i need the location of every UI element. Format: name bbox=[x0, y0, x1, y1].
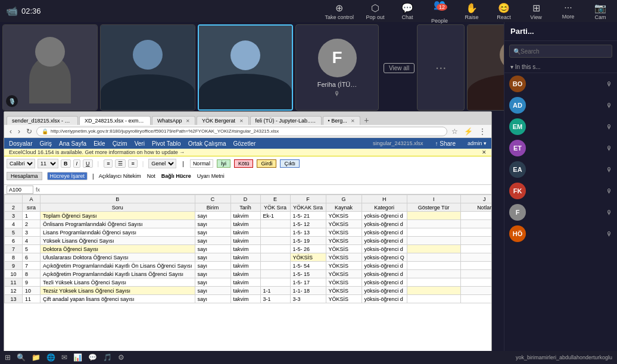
cell-a7[interactable]: 5 bbox=[23, 245, 40, 253]
windows-start-icon[interactable]: ⊞ bbox=[5, 353, 11, 362]
field-gosterge[interactable]: Gösterge Tür bbox=[407, 203, 460, 212]
cell-h3[interactable]: yöksis-öğrenci d bbox=[362, 212, 407, 220]
number-format-select[interactable]: Genel bbox=[148, 159, 176, 168]
cell-j11[interactable] bbox=[460, 278, 491, 287]
align-right-btn[interactable]: ≡ bbox=[128, 159, 137, 168]
cell-j3[interactable] bbox=[460, 212, 491, 220]
cell-f6[interactable]: 1-5- 19 bbox=[290, 237, 326, 245]
new-tab-button[interactable]: + bbox=[364, 115, 369, 125]
browser-tab-4[interactable]: YÖK Bergerat ✕ bbox=[197, 116, 249, 125]
taskbar-excel[interactable]: 📊 bbox=[73, 353, 82, 362]
forward-button[interactable]: › bbox=[16, 127, 22, 136]
field-soru[interactable]: Soru bbox=[40, 203, 195, 212]
excel-share-btn[interactable]: ↑ Share bbox=[435, 140, 456, 147]
align-center-btn[interactable]: ☰ bbox=[115, 159, 126, 168]
cell-d10[interactable]: takvim bbox=[230, 270, 260, 278]
excel-grid-container[interactable]: A B C D E F G H I J K L M bbox=[4, 194, 491, 354]
cell-f3[interactable]: 1-5- 21 bbox=[290, 212, 326, 220]
cell-e3[interactable]: Ek-1 bbox=[260, 212, 290, 220]
taskbar-explorer[interactable]: 📁 bbox=[32, 353, 40, 362]
hucreye-btn[interactable]: Hücreye İşaret bbox=[47, 172, 88, 180]
cell-b10[interactable]: Açıköğretim Programlarındaki Kayıtlı Lis… bbox=[40, 270, 195, 278]
raise-button[interactable]: ✋ Raise bbox=[461, 2, 482, 20]
cell-e10[interactable] bbox=[260, 270, 290, 278]
back-button[interactable]: ‹ bbox=[8, 127, 14, 136]
cell-i6[interactable] bbox=[407, 237, 460, 245]
browser-menu-icon[interactable]: ⋮ bbox=[477, 127, 488, 136]
cell-e12[interactable]: 1-1 bbox=[260, 287, 290, 295]
cell-j9[interactable] bbox=[460, 262, 491, 270]
excel-menu-pivot[interactable]: Pivot Tablo bbox=[152, 140, 181, 147]
field-notlar[interactable]: Notlar bbox=[460, 203, 491, 212]
cell-e9[interactable] bbox=[260, 262, 290, 270]
cell-e7[interactable] bbox=[260, 245, 290, 253]
cell-d12[interactable]: takvim bbox=[230, 287, 260, 295]
participant-item-em[interactable]: EM 🎙 bbox=[504, 116, 617, 137]
cell-f4[interactable]: 1-5- 12 bbox=[290, 220, 326, 228]
people-button[interactable]: 👥 12 People bbox=[429, 0, 450, 24]
cell-g12[interactable]: YÖKSİS bbox=[326, 287, 362, 295]
bookmark-icon[interactable]: ☆ bbox=[450, 127, 460, 136]
pop-out-button[interactable]: ⬡ Pop out bbox=[364, 2, 386, 20]
cell-d7[interactable]: takvim bbox=[230, 245, 260, 253]
close-tab-5[interactable]: ✕ bbox=[316, 118, 320, 124]
cell-i5[interactable] bbox=[407, 228, 460, 237]
cell-j10[interactable] bbox=[460, 270, 491, 278]
excel-menu-dosyalar[interactable]: Dosyalar bbox=[9, 140, 32, 147]
view-button[interactable]: ⊞ View bbox=[525, 2, 547, 20]
cell-reference-input[interactable] bbox=[7, 186, 33, 194]
cell-a13[interactable]: 11 bbox=[23, 295, 40, 303]
field-yok[interactable]: YÖK Sıra bbox=[260, 203, 290, 212]
cell-b7[interactable]: Doktora Öğrenci Sayısı bbox=[40, 245, 195, 253]
dots-tile[interactable]: ··· bbox=[417, 24, 465, 111]
col-header-b[interactable]: B bbox=[40, 195, 195, 203]
taskbar-teams[interactable]: 💬 bbox=[88, 353, 97, 362]
react-button[interactable]: 😊 React bbox=[493, 2, 515, 20]
participant-item-f[interactable]: F 🎙 bbox=[504, 202, 617, 223]
field-yokak[interactable]: YÖKAK Sıra bbox=[290, 203, 326, 212]
cell-d8[interactable]: takvim bbox=[230, 253, 260, 262]
cell-c11[interactable]: sayı bbox=[195, 278, 230, 287]
video-tile-2[interactable] bbox=[100, 24, 195, 111]
cell-j7[interactable] bbox=[460, 245, 491, 253]
cell-i4[interactable] bbox=[407, 220, 460, 228]
refresh-button[interactable]: ↻ bbox=[24, 127, 34, 136]
cell-h10[interactable]: yöksis-öğrenci d bbox=[362, 270, 407, 278]
cell-b12[interactable]: Tezsiz Yüksek Lisans Öğrenci Sayısı bbox=[40, 287, 195, 295]
cell-h12[interactable]: yöksis-öğrenci d bbox=[362, 287, 407, 295]
cell-h5[interactable]: yöksis-öğrenci d bbox=[362, 228, 407, 237]
col-header-j[interactable]: J bbox=[460, 195, 491, 203]
browser-tab-3[interactable]: WhatsApp ✕ bbox=[152, 116, 195, 125]
cell-i10[interactable] bbox=[407, 270, 460, 278]
video-tile-3[interactable] bbox=[198, 24, 293, 111]
cell-f9[interactable]: 1-5- 54 bbox=[290, 262, 326, 270]
cell-a3[interactable]: 1 bbox=[23, 212, 40, 220]
cell-g11[interactable]: YÖKSİS bbox=[326, 278, 362, 287]
cell-a4[interactable]: 2 bbox=[23, 220, 40, 228]
cell-j4[interactable] bbox=[460, 220, 491, 228]
italic-button[interactable]: I bbox=[73, 159, 81, 168]
field-tarih[interactable]: Tarih bbox=[230, 203, 260, 212]
cell-g8[interactable]: YÖKSİS bbox=[326, 253, 362, 262]
cell-c5[interactable]: sayı bbox=[195, 228, 230, 237]
excel-menu-anasayfa[interactable]: Ana Sayfa bbox=[59, 140, 86, 147]
cell-e6[interactable] bbox=[260, 237, 290, 245]
url-bar[interactable]: 🔒 http://veriypnetim.yok.gov.tr:8180/jup… bbox=[36, 127, 447, 136]
cell-h9[interactable]: yöksis-öğrenci d bbox=[362, 262, 407, 270]
excel-menu-gozetler[interactable]: Gözetler bbox=[233, 140, 256, 147]
cell-f13[interactable]: 3-3 bbox=[290, 295, 326, 303]
col-header-d[interactable]: D bbox=[230, 195, 260, 203]
cell-c7[interactable]: sayı bbox=[195, 245, 230, 253]
excel-menu-veri[interactable]: Veri bbox=[135, 140, 145, 147]
excel-menu-ekle[interactable]: Ekle bbox=[94, 140, 105, 147]
cell-a12[interactable]: 10 bbox=[23, 287, 40, 295]
col-header-i[interactable]: I bbox=[407, 195, 460, 203]
browser-tab-2[interactable]: XD_248215.xlsx - exmCloud... ✕ bbox=[79, 116, 151, 125]
cell-g6[interactable]: YÖKSİS bbox=[326, 237, 362, 245]
cell-e4[interactable] bbox=[260, 220, 290, 228]
align-left-btn[interactable]: ≡ bbox=[104, 159, 113, 168]
cell-i9[interactable] bbox=[407, 262, 460, 270]
cell-j5[interactable] bbox=[460, 228, 491, 237]
cell-a9[interactable]: 7 bbox=[23, 262, 40, 270]
cell-h4[interactable]: yöksis-öğrenci d bbox=[362, 220, 407, 228]
